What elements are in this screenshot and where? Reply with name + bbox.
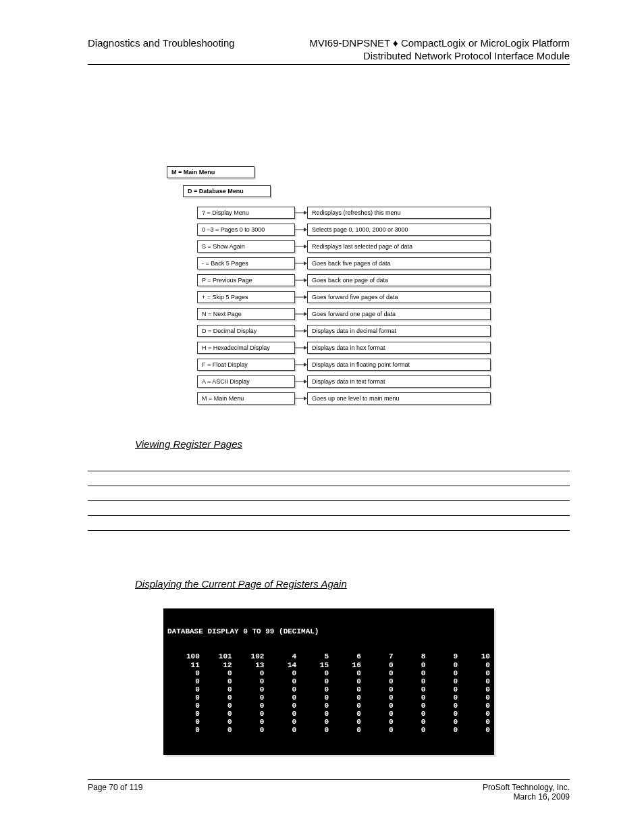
terminal-cell: 0	[361, 702, 394, 710]
diagram-command: P = Previous Page	[197, 274, 295, 286]
terminal-cell: 0	[296, 718, 329, 726]
diagram-description: Goes up one level to main menu	[307, 392, 491, 405]
diagram-command: A = ASCII Display	[197, 375, 295, 388]
page-header: Diagnostics and Troubleshooting MVI69-DN…	[88, 37, 570, 61]
terminal-cell: 0	[232, 669, 265, 677]
terminal-cell: 14	[264, 661, 296, 669]
terminal-cell: 0	[458, 702, 490, 710]
diagram-description: Redisplays last selected page of data	[307, 240, 491, 253]
page-footer: Page 70 of 119 ProSoft Technology, Inc. …	[88, 779, 570, 802]
terminal-cell: 0	[425, 694, 458, 702]
header-right: MVI69-DNPSNET ♦ CompactLogix or MicroLog…	[309, 37, 570, 61]
terminal-cell: 0	[200, 702, 232, 710]
diagram-main-menu-node: M = Main Menu	[167, 166, 254, 178]
terminal-cell: 0	[296, 677, 329, 685]
diagram-command: F = Float Display	[197, 359, 295, 371]
terminal-cell: 12	[200, 661, 232, 669]
diagram-command: N = Next Page	[197, 308, 295, 320]
terminal-cell: 16	[329, 661, 361, 669]
terminal-cell: 8	[394, 652, 426, 660]
arrow-icon	[295, 243, 307, 250]
heading-viewing-register-pages: Viewing Register Pages	[135, 438, 570, 450]
terminal-row: 10010110245678910	[167, 652, 490, 660]
arrow-icon	[295, 378, 307, 385]
terminal-row: 0000000000	[167, 710, 490, 718]
terminal-row: 0000000000	[167, 726, 490, 734]
diagram-row: N = Next PageGoes forward one page of da…	[197, 308, 491, 320]
arrow-icon	[295, 395, 307, 402]
terminal-row: 0000000000	[167, 677, 490, 685]
terminal-cell: 0	[329, 677, 361, 685]
section1-body	[88, 457, 570, 531]
terminal-cell: 0	[458, 661, 490, 669]
terminal-cell: 0	[232, 718, 265, 726]
diagram-command: - = Back 5 Pages	[197, 257, 295, 269]
diagram-row: P = Previous PageGoes back one page of d…	[197, 274, 491, 286]
diagram-command: H = Hexadecimal Display	[197, 342, 295, 354]
terminal-cell: 0	[394, 685, 426, 694]
terminal-cell: 0	[167, 726, 200, 734]
header-left: Diagnostics and Troubleshooting	[88, 37, 235, 61]
terminal-cell: 0	[167, 702, 200, 710]
terminal-cell: 5	[296, 652, 329, 660]
terminal-cell: 0	[458, 718, 490, 726]
terminal-cell: 0	[296, 694, 329, 702]
terminal-cell: 0	[264, 710, 296, 718]
terminal-cell: 0	[264, 685, 296, 694]
arrow-icon	[295, 277, 307, 284]
terminal-cell: 0	[264, 677, 296, 685]
terminal-cell: 0	[394, 661, 426, 669]
diagram-description: Goes back one page of data	[307, 274, 491, 286]
diagram-row: ? = Display MenuRedisplays (refreshes) t…	[197, 207, 491, 219]
terminal-cell: 10	[458, 652, 490, 660]
terminal-cell: 0	[394, 710, 426, 718]
diagram-description: Goes forward five pages of data	[307, 291, 491, 303]
terminal-cell: 0	[394, 669, 426, 677]
diagram-row: D = Decimal DisplayDisplays data in deci…	[197, 325, 491, 337]
terminal-cell: 0	[232, 726, 265, 734]
terminal-cell: 0	[264, 669, 296, 677]
terminal-cell: 0	[296, 669, 329, 677]
footer-rule	[88, 779, 570, 780]
diagram-description: Displays data in decimal format	[307, 325, 491, 337]
terminal-cell: 0	[329, 702, 361, 710]
terminal-cell: 0	[200, 694, 232, 702]
terminal-cell: 0	[200, 669, 232, 677]
terminal-cell: 4	[264, 652, 296, 660]
terminal-cell: 13	[232, 661, 265, 669]
terminal-cell: 0	[458, 726, 490, 734]
diagram-command: + = Skip 5 Pages	[197, 291, 295, 303]
terminal-cell: 0	[458, 677, 490, 685]
terminal-cell: 102	[232, 652, 265, 660]
terminal-cell: 0	[200, 726, 232, 734]
terminal-cell: 7	[361, 652, 394, 660]
terminal-cell: 0	[200, 710, 232, 718]
terminal-row: 0000000000	[167, 685, 490, 694]
terminal-row: 0000000000	[167, 718, 490, 726]
terminal-title: DATABASE DISPLAY 0 TO 99 (DECIMAL)	[167, 627, 490, 635]
terminal-cell: 0	[394, 677, 426, 685]
header-right-line1: MVI69-DNPSNET ♦ CompactLogix or MicroLog…	[309, 37, 570, 49]
terminal-cell: 0	[232, 677, 265, 685]
terminal-cell: 0	[361, 694, 394, 702]
terminal-cell: 0	[361, 669, 394, 677]
menu-tree-diagram: M = Main Menu D = Database Menu ? = Disp…	[167, 166, 491, 405]
terminal-cell: 6	[329, 652, 361, 660]
terminal-cell: 0	[200, 718, 232, 726]
terminal-cell: 0	[458, 669, 490, 677]
terminal-cell: 15	[296, 661, 329, 669]
diagram-command: ? = Display Menu	[197, 207, 295, 219]
header-rule	[88, 64, 570, 65]
terminal-cell: 0	[394, 718, 426, 726]
diagram-description: Displays data in hex format	[307, 342, 491, 354]
diagram-description: Displays data in floating point format	[307, 359, 491, 371]
terminal-cell: 0	[329, 726, 361, 734]
terminal-cell: 0	[232, 685, 265, 694]
terminal-cell: 0	[232, 694, 265, 702]
terminal-cell: 0	[167, 694, 200, 702]
terminal-cell: 0	[232, 710, 265, 718]
terminal-cell: 0	[458, 710, 490, 718]
terminal-cell: 101	[200, 652, 232, 660]
terminal-cell: 0	[394, 726, 426, 734]
terminal-cell: 100	[167, 652, 200, 660]
